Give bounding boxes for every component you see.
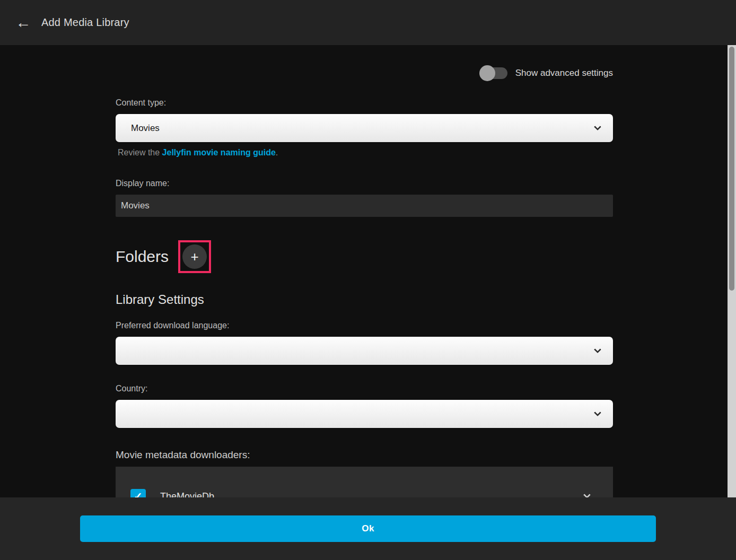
- vertical-scrollbar[interactable]: [728, 45, 736, 497]
- show-advanced-settings-toggle[interactable]: [481, 67, 507, 79]
- advanced-settings-label: Show advanced settings: [515, 68, 613, 78]
- folders-section-header: Folders +: [116, 240, 613, 273]
- naming-guide-link[interactable]: Jellyfin movie naming guide: [162, 148, 276, 157]
- country-select[interactable]: [116, 400, 613, 428]
- chevron-down-icon: [594, 346, 601, 353]
- library-form: Show advanced settings Content type: Mov…: [116, 45, 613, 526]
- library-settings-title: Library Settings: [116, 292, 613, 307]
- display-name-label: Display name:: [116, 179, 613, 188]
- back-button[interactable]: ←: [12, 11, 35, 34]
- add-folder-focus-ring: +: [178, 240, 211, 273]
- metadata-downloaders-label: Movie metadata downloaders:: [116, 449, 613, 461]
- plus-icon: +: [190, 250, 198, 264]
- advanced-settings-row: Show advanced settings: [116, 45, 613, 79]
- preferred-language-label: Preferred download language:: [116, 321, 613, 330]
- content-type-select[interactable]: Movies: [116, 114, 613, 142]
- chevron-down-icon: [594, 409, 601, 416]
- add-folder-button[interactable]: +: [182, 244, 207, 269]
- content-area: Show advanced settings Content type: Mov…: [0, 45, 728, 560]
- country-label: Country:: [116, 384, 613, 393]
- preferred-language-select[interactable]: [116, 337, 613, 365]
- toggle-knob: [479, 65, 495, 81]
- ok-button[interactable]: Ok: [80, 515, 656, 542]
- folders-title: Folders: [116, 248, 169, 266]
- scrollbar-thumb[interactable]: [729, 47, 734, 291]
- footer-bar: Ok: [0, 497, 736, 560]
- content-type-value: Movies: [131, 123, 160, 134]
- helper-suffix: .: [276, 148, 278, 157]
- display-name-input[interactable]: [116, 195, 613, 217]
- app-header: ← Add Media Library: [0, 0, 736, 45]
- page-title: Add Media Library: [41, 16, 129, 29]
- back-arrow-icon: ←: [16, 15, 31, 30]
- helper-prefix: Review the: [118, 148, 162, 157]
- chevron-down-icon: [594, 123, 601, 130]
- content-type-label: Content type:: [116, 98, 613, 108]
- naming-guide-helper: Review the Jellyfin movie naming guide.: [116, 148, 613, 158]
